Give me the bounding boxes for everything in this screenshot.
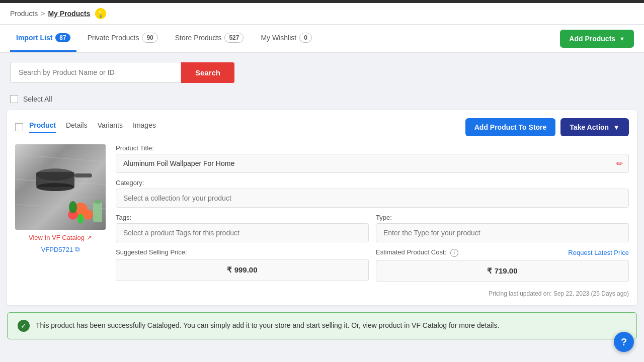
- type-input[interactable]: [376, 223, 629, 242]
- product-image-col: View In VF Catalog ↗ VFPD5721 ⧉: [15, 144, 106, 297]
- tags-field: Tags:: [116, 214, 369, 242]
- tab-private-products-badge: 90: [142, 33, 157, 43]
- product-id-value: VFPD5721: [41, 246, 73, 253]
- bulb-icon: 💡: [95, 8, 106, 19]
- breadcrumb-products[interactable]: Products: [10, 10, 38, 18]
- card-tab-details[interactable]: Details: [66, 121, 88, 133]
- view-catalog-label: View In VF Catalog: [29, 234, 85, 241]
- select-all-label[interactable]: Select All: [23, 95, 52, 103]
- add-products-button[interactable]: Add Products ▼: [560, 30, 634, 48]
- svg-point-14: [77, 214, 84, 224]
- tab-store-products[interactable]: Store Products 527: [169, 25, 250, 52]
- suggested-price-box: ₹ 999.00: [116, 259, 369, 281]
- select-all-checkbox[interactable]: [10, 95, 18, 103]
- tabs-bar: Import List 87 Private Products 90 Store…: [0, 25, 644, 53]
- tab-store-products-label: Store Products: [175, 34, 222, 42]
- product-card-header: Product Details Variants Images Add Prod…: [15, 118, 629, 136]
- svg-point-13: [69, 201, 77, 213]
- search-button[interactable]: Search: [181, 62, 234, 83]
- card-tab-images[interactable]: Images: [133, 121, 156, 133]
- estimated-cost-label: Estimated Product Cost: i: [376, 248, 458, 257]
- title-input-wrap: ✏: [116, 154, 629, 173]
- edit-icon[interactable]: ✏: [616, 159, 623, 168]
- estimated-cost-box: ₹ 719.00: [376, 260, 629, 282]
- category-input[interactable]: [116, 189, 629, 208]
- pricing-note: Pricing last updated on: Sep 22, 2023 (2…: [116, 290, 629, 297]
- product-body: View In VF Catalog ↗ VFPD5721 ⧉ Product …: [15, 144, 629, 297]
- tags-label: Tags:: [116, 214, 369, 221]
- external-link-icon: ↗: [87, 234, 92, 241]
- estimated-cost-col: Estimated Product Cost: i Request Latest…: [376, 248, 629, 282]
- breadcrumb-separator: >: [41, 10, 45, 18]
- svg-point-8: [36, 183, 74, 191]
- svg-point-12: [83, 210, 93, 220]
- tab-import-list[interactable]: Import List 87: [10, 25, 76, 52]
- tab-my-wishlist[interactable]: My Wishlist 0: [255, 25, 317, 52]
- tab-import-list-badge: 87: [55, 33, 70, 42]
- product-fields: Product Title: ✏ Category: Tags: Type:: [116, 144, 629, 297]
- title-label: Product Title:: [116, 144, 629, 152]
- copy-icon[interactable]: ⧉: [75, 245, 79, 253]
- tab-store-products-badge: 527: [224, 33, 244, 43]
- take-action-label: Take Action: [570, 123, 609, 131]
- add-to-store-button[interactable]: Add Product To Store: [465, 118, 556, 136]
- request-latest-price-link[interactable]: Request Latest Price: [568, 249, 629, 256]
- type-field: Type:: [376, 214, 629, 242]
- suggested-price-label-row: Suggested Selling Price:: [116, 248, 369, 256]
- product-card: Product Details Variants Images Add Prod…: [7, 110, 637, 305]
- estimated-cost-label-row: Estimated Product Cost: i Request Latest…: [376, 248, 629, 257]
- breadcrumb: Products > My Products 💡: [0, 3, 644, 25]
- tags-type-row: Tags: Type:: [116, 214, 629, 242]
- tab-my-wishlist-label: My Wishlist: [261, 34, 296, 42]
- type-label: Type:: [376, 214, 629, 221]
- svg-rect-15: [93, 202, 102, 222]
- tab-my-wishlist-badge: 0: [299, 33, 312, 43]
- take-action-chevron-icon: ▼: [613, 123, 620, 131]
- view-catalog-link[interactable]: View In VF Catalog ↗: [29, 234, 92, 241]
- breadcrumb-current[interactable]: My Products: [48, 10, 90, 18]
- svg-rect-16: [95, 200, 101, 204]
- tags-input[interactable]: [116, 223, 369, 242]
- card-tab-variants[interactable]: Variants: [98, 121, 123, 133]
- title-field: Product Title: ✏: [116, 144, 629, 173]
- product-card-tabs: Product Details Variants Images: [29, 121, 459, 133]
- success-text: This product has been successfully Catal…: [36, 320, 499, 331]
- product-card-checkbox[interactable]: [15, 123, 23, 131]
- success-banner: ✓ This product has been successfully Cat…: [7, 312, 637, 339]
- suggested-price-col: Suggested Selling Price: ₹ 999.00: [116, 248, 369, 282]
- search-input[interactable]: [10, 62, 181, 83]
- card-actions: Add Product To Store Take Action ▼: [465, 118, 629, 136]
- tab-private-products[interactable]: Private Products 90: [82, 25, 164, 52]
- title-input[interactable]: [116, 154, 629, 173]
- card-tab-product[interactable]: Product: [29, 121, 56, 133]
- price-section: Suggested Selling Price: ₹ 999.00 Estima…: [116, 248, 629, 282]
- svg-rect-9: [74, 173, 92, 177]
- success-icon: ✓: [18, 320, 30, 332]
- tab-import-list-label: Import List: [16, 34, 52, 42]
- product-id[interactable]: VFPD5721 ⧉: [41, 245, 80, 253]
- add-products-label: Add Products: [569, 35, 615, 43]
- category-field: Category:: [116, 179, 629, 208]
- tab-private-products-label: Private Products: [88, 34, 139, 42]
- product-image: [15, 144, 106, 230]
- chevron-down-icon: ▼: [619, 36, 625, 42]
- tabs-list: Import List 87 Private Products 90 Store…: [10, 25, 318, 52]
- search-area: Search: [0, 53, 644, 92]
- suggested-price-label: Suggested Selling Price:: [116, 248, 187, 256]
- info-icon[interactable]: i: [450, 249, 458, 257]
- select-all-area: Select All: [0, 92, 644, 110]
- category-label: Category:: [116, 179, 629, 187]
- take-action-button[interactable]: Take Action ▼: [560, 118, 629, 136]
